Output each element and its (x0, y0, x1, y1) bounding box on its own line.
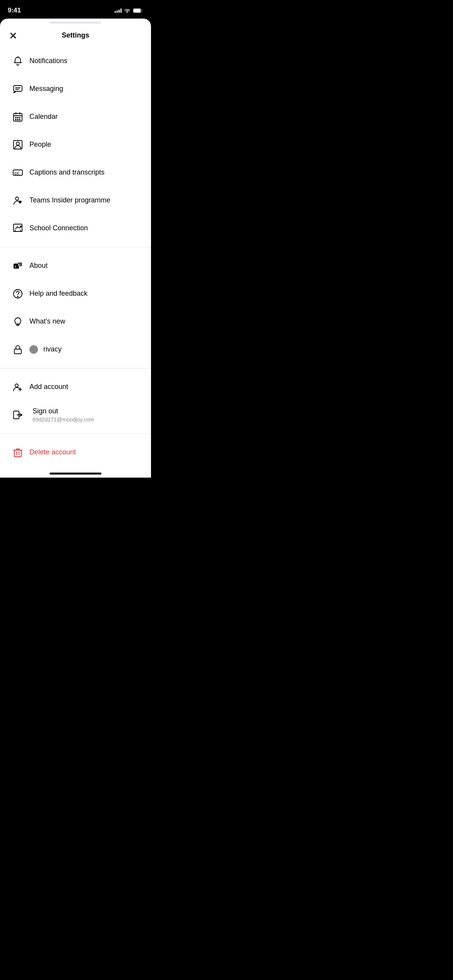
svg-point-16 (17, 119, 18, 120)
notifications-label: Notifications (29, 57, 67, 65)
menu-item-about[interactable]: T ij About (0, 252, 151, 280)
section-divider-2 (0, 368, 151, 368)
trash-icon (9, 444, 26, 461)
page-title: Settings (62, 31, 89, 39)
svg-point-15 (15, 119, 16, 120)
menu-item-notifications[interactable]: Notifications (0, 47, 151, 75)
sign-out-text-wrapper: Sign out 69d2d271@moodjoy.com (29, 407, 94, 423)
wifi-icon (124, 8, 130, 13)
menu-item-sign-out[interactable]: Sign out 69d2d271@moodjoy.com (0, 401, 151, 429)
about-label: About (29, 261, 48, 270)
privacy-badge (29, 345, 38, 354)
svg-point-22 (15, 197, 19, 200)
settings-header: Settings (0, 24, 151, 44)
person-heart-icon (9, 192, 26, 209)
home-indicator (0, 469, 151, 478)
svg-point-14 (19, 117, 20, 118)
people-label: People (29, 140, 51, 149)
school-connection-icon (9, 220, 26, 237)
chat-icon (9, 81, 26, 98)
sign-out-icon (9, 406, 26, 423)
delete-account-label: Delete account (29, 448, 76, 457)
status-bar: 9:41 (0, 0, 151, 19)
svg-rect-1 (134, 9, 141, 12)
menu-item-privacy[interactable]: rivacy (0, 336, 151, 363)
signal-icon (115, 8, 122, 13)
svg-rect-5 (14, 86, 22, 91)
svg-point-35 (15, 384, 18, 387)
svg-rect-34 (14, 349, 21, 354)
home-bar (50, 473, 101, 475)
section-about: T ij About Help and feedback (0, 249, 151, 367)
captions-label: Captions and transcripts (29, 168, 105, 177)
calendar-icon (9, 108, 26, 125)
bell-icon (9, 53, 26, 70)
person-add-icon (9, 379, 26, 396)
svg-point-19 (16, 142, 19, 145)
svg-point-17 (19, 119, 20, 120)
menu-item-whats-new[interactable]: What's new (0, 308, 151, 336)
lock-icon (9, 341, 26, 358)
help-label: Help and feedback (29, 289, 88, 298)
school-connection-label: School Connection (29, 224, 88, 233)
menu-item-messaging[interactable]: Messaging (0, 75, 151, 103)
menu-item-people[interactable]: People (0, 131, 151, 159)
svg-point-13 (17, 117, 18, 118)
section-danger: Delete account (0, 435, 151, 469)
svg-point-25 (21, 226, 22, 227)
teams-insider-label: Teams Insider programme (29, 196, 110, 205)
battery-icon (133, 8, 143, 13)
menu-item-add-account[interactable]: Add account (0, 373, 151, 401)
section-divider-1 (0, 247, 151, 247)
whats-new-label: What's new (29, 317, 65, 326)
lightbulb-icon (9, 313, 26, 330)
settings-sheet: Settings Notifications (0, 19, 151, 478)
people-icon (9, 136, 26, 153)
menu-item-teams-insider[interactable]: Teams Insider programme (0, 187, 151, 214)
status-time: 9:41 (8, 7, 21, 14)
svg-text:CC: CC (14, 171, 19, 175)
messaging-label: Messaging (29, 84, 63, 93)
menu-item-help[interactable]: Help and feedback (0, 280, 151, 308)
section-divider-3 (0, 433, 151, 434)
svg-point-12 (15, 117, 16, 118)
section-main: Notifications Messaging (0, 44, 151, 245)
sign-out-label: Sign out (33, 407, 94, 416)
help-circle-icon (9, 285, 26, 302)
svg-point-31 (17, 296, 18, 297)
privacy-wrapper: rivacy (29, 345, 62, 354)
status-icons (115, 8, 143, 13)
menu-item-captions[interactable]: CC Captions and transcripts (0, 159, 151, 187)
privacy-label: rivacy (43, 345, 62, 354)
section-account: Add account Sign out 69d2d271@moodjoy.co… (0, 370, 151, 432)
add-account-label: Add account (29, 382, 68, 391)
menu-item-school-connection[interactable]: School Connection (0, 214, 151, 242)
svg-text:T: T (15, 265, 17, 269)
svg-rect-40 (14, 450, 21, 457)
calendar-label: Calendar (29, 112, 58, 121)
teams-logo-icon: T ij (9, 257, 26, 274)
menu-item-calendar[interactable]: Calendar (0, 103, 151, 131)
svg-text:ij: ij (18, 264, 20, 267)
close-button[interactable] (8, 30, 19, 41)
cc-icon: CC (9, 164, 26, 181)
menu-item-delete-account[interactable]: Delete account (0, 439, 151, 466)
sign-out-email: 69d2d271@moodjoy.com (33, 416, 94, 423)
